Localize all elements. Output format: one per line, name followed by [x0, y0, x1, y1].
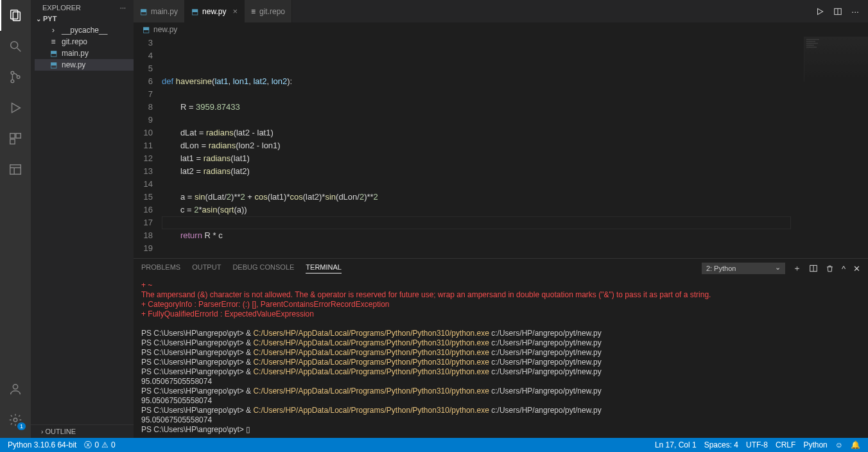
editor-tab[interactable]: ⬒new.py× — [185, 0, 245, 22]
terminal-line: The ampersand (&) character is not allow… — [141, 290, 860, 300]
tab-label: main.py — [151, 7, 178, 16]
editor-tab[interactable]: ≡git.repo — [245, 0, 292, 22]
panel-tab[interactable]: PROBLEMS — [141, 263, 180, 274]
code-line[interactable]: def haversine(lat1, lon1, lat2, lon2): — [162, 75, 868, 88]
status-spaces[interactable]: Spaces: 4 — [700, 440, 742, 449]
activity-settings-icon[interactable]: 1 — [0, 404, 31, 435]
terminal-line: + FullyQualifiedErrorId : ExpectedValueE… — [141, 309, 860, 319]
svg-rect-9 — [16, 134, 21, 138]
warning-icon: ⚠ — [101, 440, 108, 449]
sidebar-outline[interactable]: › OUTLINE — [31, 424, 134, 438]
status-eol[interactable]: CRLF — [772, 440, 799, 449]
code-line[interactable]: lat1 = radians(lat1) — [162, 152, 868, 165]
activity-run-debug-icon[interactable] — [0, 92, 31, 123]
status-line-col[interactable]: Ln 17, Col 1 — [651, 440, 700, 449]
file-icon: ≡ — [251, 7, 256, 16]
run-icon[interactable] — [815, 7, 824, 16]
terminal-line: PS C:\Users\HP\angrepo\pyt> & C:/Users/H… — [141, 348, 860, 358]
status-encoding[interactable]: UTF-8 — [742, 440, 772, 449]
svg-rect-10 — [10, 139, 15, 144]
new-terminal-icon[interactable]: ＋ — [793, 263, 801, 274]
code-editor[interactable]: 34567891011121314151617181920 def havers… — [134, 37, 868, 258]
code-line[interactable]: lat2 = radians(lat2) — [162, 165, 868, 178]
svg-rect-8 — [10, 134, 15, 138]
terminal-line: PS C:\Users\HP\angrepo\pyt> & C:/Users/H… — [141, 329, 860, 338]
file-row[interactable]: ≡git.repo — [35, 36, 134, 48]
split-editor-icon[interactable] — [833, 7, 842, 16]
terminal-line: 95.05067505558074 — [141, 377, 860, 387]
maximize-panel-icon[interactable]: ^ — [842, 264, 846, 274]
tab-label: git.repo — [259, 7, 285, 16]
svg-line-3 — [17, 48, 21, 52]
svg-point-5 — [11, 80, 14, 83]
status-language[interactable]: Python — [799, 440, 831, 449]
file-row[interactable]: ›__pycache__ — [35, 24, 134, 36]
svg-point-2 — [11, 42, 18, 49]
activity-account-icon[interactable] — [0, 374, 31, 404]
file-row[interactable]: ⬒main.py — [35, 48, 134, 59]
svg-marker-7 — [12, 103, 21, 113]
file-row[interactable]: ⬒new.py — [35, 59, 134, 71]
code-line[interactable] — [162, 242, 868, 255]
code-line[interactable]: a = sin(dLat/2)**2 + cos(lat1)*cos(lat2)… — [162, 191, 868, 204]
panel-tab[interactable]: OUTPUT — [192, 263, 221, 274]
terminal-line: 95.05067505558074 — [141, 415, 860, 425]
terminal-line: + CategoryInfo : ParserError: (:) [], Pa… — [141, 300, 860, 309]
breadcrumb[interactable]: ⬒ new.py — [134, 22, 868, 37]
svg-marker-16 — [818, 8, 823, 14]
terminal-output[interactable]: + ~The ampersand (&) character is not al… — [134, 278, 868, 438]
tab-more-icon[interactable]: ··· — [851, 6, 859, 17]
code-line[interactable] — [162, 88, 868, 101]
file-label: __pycache__ — [62, 26, 107, 35]
close-panel-icon[interactable]: ✕ — [853, 264, 860, 274]
sidebar-root-folder[interactable]: ⌄ PYT — [31, 13, 134, 24]
svg-point-4 — [11, 71, 14, 74]
file-label: main.py — [62, 49, 89, 58]
code-line[interactable] — [162, 255, 868, 258]
activity-explorer-icon[interactable] — [0, 0, 31, 31]
tab-label: new.py — [202, 7, 226, 16]
file-label: git.repo — [62, 37, 87, 46]
svg-point-15 — [13, 418, 17, 422]
panel-tab[interactable]: TERMINAL — [306, 263, 342, 274]
status-feedback-icon[interactable]: ☺ — [831, 440, 847, 449]
python-file-icon: ⬒ — [143, 25, 150, 34]
minimap[interactable]: ▩▩▩▩▩▩▩▩▩▩▩▩▩▩▩▩▩▩▩▩▩▩▩▩▩▩▩▩▩▩▩▩▩▩▩▩▩▩▩▩ — [804, 37, 868, 82]
chevron-right-icon: › — [41, 428, 43, 435]
python-file-icon: ⬒ — [140, 7, 147, 16]
code-content[interactable]: def haversine(lat1, lon1, lat2, lon2): R… — [162, 37, 868, 258]
close-icon[interactable]: × — [230, 6, 238, 16]
code-line[interactable]: dLon = radians(lon2 - lon1) — [162, 139, 868, 152]
status-python-version[interactable]: Python 3.10.6 64-bit — [4, 440, 80, 449]
bottom-panel: PROBLEMSOUTPUTDEBUG CONSOLETERMINAL 2: P… — [134, 258, 868, 438]
terminal-line: PS C:\Users\HP\angrepo\pyt> & C:/Users/H… — [141, 406, 860, 415]
code-line[interactable]: dLat = radians(lat2 - lat1) — [162, 126, 868, 139]
activity-search-icon[interactable] — [0, 31, 31, 62]
terminal-line: PS C:\Users\HP\angrepo\pyt> & C:/Users/H… — [141, 367, 860, 377]
svg-rect-11 — [10, 165, 21, 175]
activity-extensions-icon[interactable] — [0, 123, 31, 154]
code-line[interactable]: c = 2*asin(sqrt(a)) — [162, 204, 868, 216]
status-problems[interactable]: ⓧ0 ⚠0 — [80, 440, 119, 451]
status-notifications-icon[interactable]: 🔔 — [847, 440, 864, 449]
chevron-down-icon: ⌄ — [36, 15, 41, 22]
code-line[interactable] — [162, 178, 868, 191]
code-line[interactable] — [162, 114, 868, 126]
panel-tab[interactable]: DEBUG CONSOLE — [232, 263, 294, 274]
line-number-gutter: 34567891011121314151617181920 — [134, 37, 162, 258]
terminal-line: PS C:\Users\HP\angrepo\pyt> & C:/Users/H… — [141, 387, 860, 396]
svg-point-14 — [13, 385, 17, 389]
chevron-right-icon: › — [49, 26, 58, 35]
terminal-line: + ~ — [141, 281, 860, 290]
terminal-line: PS C:\Users\HP\angrepo\pyt> & C:/Users/H… — [141, 358, 860, 367]
code-line[interactable]: return R * c — [162, 229, 868, 242]
activity-source-control-icon[interactable] — [0, 62, 31, 92]
terminal-selector[interactable]: 2: Python — [702, 263, 785, 274]
activity-layout-icon[interactable] — [0, 154, 31, 185]
kill-terminal-icon[interactable] — [826, 265, 834, 273]
editor-tab[interactable]: ⬒main.py — [134, 0, 185, 22]
file-icon: ≡ — [49, 37, 58, 46]
code-line[interactable]: R = 3959.87433 — [162, 101, 868, 114]
sidebar-more-icon[interactable]: ··· — [120, 4, 126, 12]
split-terminal-icon[interactable] — [809, 264, 818, 273]
